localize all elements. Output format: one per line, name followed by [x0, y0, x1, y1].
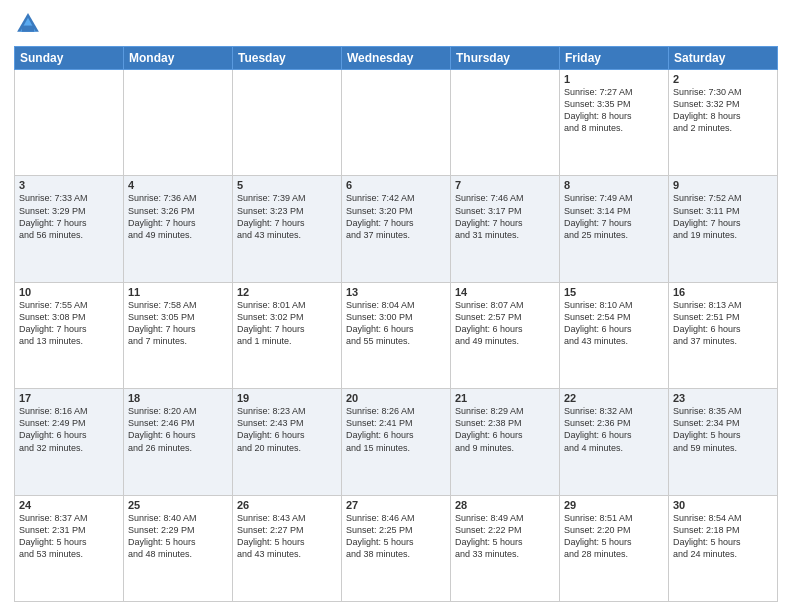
day-info: Sunrise: 8:16 AM Sunset: 2:49 PM Dayligh… [19, 405, 119, 454]
day-info: Sunrise: 8:29 AM Sunset: 2:38 PM Dayligh… [455, 405, 555, 454]
day-info: Sunrise: 8:20 AM Sunset: 2:46 PM Dayligh… [128, 405, 228, 454]
calendar-cell-0-3 [342, 70, 451, 176]
day-number: 4 [128, 179, 228, 191]
day-info: Sunrise: 7:39 AM Sunset: 3:23 PM Dayligh… [237, 192, 337, 241]
day-number: 9 [673, 179, 773, 191]
day-number: 26 [237, 499, 337, 511]
day-info: Sunrise: 7:49 AM Sunset: 3:14 PM Dayligh… [564, 192, 664, 241]
calendar-cell-1-5: 8Sunrise: 7:49 AM Sunset: 3:14 PM Daylig… [560, 176, 669, 282]
day-info: Sunrise: 8:49 AM Sunset: 2:22 PM Dayligh… [455, 512, 555, 561]
day-number: 17 [19, 392, 119, 404]
calendar-cell-1-1: 4Sunrise: 7:36 AM Sunset: 3:26 PM Daylig… [124, 176, 233, 282]
day-info: Sunrise: 8:32 AM Sunset: 2:36 PM Dayligh… [564, 405, 664, 454]
day-info: Sunrise: 8:23 AM Sunset: 2:43 PM Dayligh… [237, 405, 337, 454]
day-number: 16 [673, 286, 773, 298]
day-info: Sunrise: 7:46 AM Sunset: 3:17 PM Dayligh… [455, 192, 555, 241]
day-number: 3 [19, 179, 119, 191]
day-number: 24 [19, 499, 119, 511]
day-info: Sunrise: 7:55 AM Sunset: 3:08 PM Dayligh… [19, 299, 119, 348]
day-info: Sunrise: 8:04 AM Sunset: 3:00 PM Dayligh… [346, 299, 446, 348]
day-number: 14 [455, 286, 555, 298]
header [14, 10, 778, 38]
calendar-cell-0-5: 1Sunrise: 7:27 AM Sunset: 3:35 PM Daylig… [560, 70, 669, 176]
calendar-cell-2-3: 13Sunrise: 8:04 AM Sunset: 3:00 PM Dayli… [342, 282, 451, 388]
calendar-cell-3-0: 17Sunrise: 8:16 AM Sunset: 2:49 PM Dayli… [15, 389, 124, 495]
calendar-cell-4-0: 24Sunrise: 8:37 AM Sunset: 2:31 PM Dayli… [15, 495, 124, 601]
calendar-table: SundayMondayTuesdayWednesdayThursdayFrid… [14, 46, 778, 602]
day-info: Sunrise: 7:52 AM Sunset: 3:11 PM Dayligh… [673, 192, 773, 241]
day-number: 23 [673, 392, 773, 404]
calendar-cell-0-4 [451, 70, 560, 176]
calendar-cell-4-4: 28Sunrise: 8:49 AM Sunset: 2:22 PM Dayli… [451, 495, 560, 601]
day-number: 30 [673, 499, 773, 511]
weekday-header-sunday: Sunday [15, 47, 124, 70]
weekday-header-friday: Friday [560, 47, 669, 70]
day-info: Sunrise: 8:46 AM Sunset: 2:25 PM Dayligh… [346, 512, 446, 561]
day-info: Sunrise: 8:26 AM Sunset: 2:41 PM Dayligh… [346, 405, 446, 454]
calendar-header-row: SundayMondayTuesdayWednesdayThursdayFrid… [15, 47, 778, 70]
calendar-cell-3-2: 19Sunrise: 8:23 AM Sunset: 2:43 PM Dayli… [233, 389, 342, 495]
calendar-cell-1-0: 3Sunrise: 7:33 AM Sunset: 3:29 PM Daylig… [15, 176, 124, 282]
calendar-cell-3-5: 22Sunrise: 8:32 AM Sunset: 2:36 PM Dayli… [560, 389, 669, 495]
calendar-cell-4-2: 26Sunrise: 8:43 AM Sunset: 2:27 PM Dayli… [233, 495, 342, 601]
calendar-cell-0-2 [233, 70, 342, 176]
weekday-header-thursday: Thursday [451, 47, 560, 70]
day-number: 8 [564, 179, 664, 191]
day-info: Sunrise: 8:40 AM Sunset: 2:29 PM Dayligh… [128, 512, 228, 561]
day-info: Sunrise: 7:58 AM Sunset: 3:05 PM Dayligh… [128, 299, 228, 348]
calendar-row-4: 24Sunrise: 8:37 AM Sunset: 2:31 PM Dayli… [15, 495, 778, 601]
day-number: 18 [128, 392, 228, 404]
day-info: Sunrise: 8:37 AM Sunset: 2:31 PM Dayligh… [19, 512, 119, 561]
calendar-cell-2-0: 10Sunrise: 7:55 AM Sunset: 3:08 PM Dayli… [15, 282, 124, 388]
calendar-cell-1-3: 6Sunrise: 7:42 AM Sunset: 3:20 PM Daylig… [342, 176, 451, 282]
day-number: 19 [237, 392, 337, 404]
calendar-cell-4-1: 25Sunrise: 8:40 AM Sunset: 2:29 PM Dayli… [124, 495, 233, 601]
calendar-cell-2-5: 15Sunrise: 8:10 AM Sunset: 2:54 PM Dayli… [560, 282, 669, 388]
weekday-header-wednesday: Wednesday [342, 47, 451, 70]
day-number: 27 [346, 499, 446, 511]
calendar-cell-4-5: 29Sunrise: 8:51 AM Sunset: 2:20 PM Dayli… [560, 495, 669, 601]
calendar-cell-2-4: 14Sunrise: 8:07 AM Sunset: 2:57 PM Dayli… [451, 282, 560, 388]
calendar-cell-0-1 [124, 70, 233, 176]
calendar-cell-3-4: 21Sunrise: 8:29 AM Sunset: 2:38 PM Dayli… [451, 389, 560, 495]
day-number: 22 [564, 392, 664, 404]
day-number: 28 [455, 499, 555, 511]
calendar-cell-3-1: 18Sunrise: 8:20 AM Sunset: 2:46 PM Dayli… [124, 389, 233, 495]
calendar-cell-3-3: 20Sunrise: 8:26 AM Sunset: 2:41 PM Dayli… [342, 389, 451, 495]
day-number: 29 [564, 499, 664, 511]
calendar-cell-2-6: 16Sunrise: 8:13 AM Sunset: 2:51 PM Dayli… [669, 282, 778, 388]
calendar-cell-1-2: 5Sunrise: 7:39 AM Sunset: 3:23 PM Daylig… [233, 176, 342, 282]
calendar-cell-2-2: 12Sunrise: 8:01 AM Sunset: 3:02 PM Dayli… [233, 282, 342, 388]
day-number: 20 [346, 392, 446, 404]
day-number: 5 [237, 179, 337, 191]
day-number: 2 [673, 73, 773, 85]
day-number: 7 [455, 179, 555, 191]
day-info: Sunrise: 8:51 AM Sunset: 2:20 PM Dayligh… [564, 512, 664, 561]
day-info: Sunrise: 7:42 AM Sunset: 3:20 PM Dayligh… [346, 192, 446, 241]
day-number: 12 [237, 286, 337, 298]
calendar-row-0: 1Sunrise: 7:27 AM Sunset: 3:35 PM Daylig… [15, 70, 778, 176]
logo-icon [14, 10, 42, 38]
logo [14, 10, 46, 38]
day-number: 15 [564, 286, 664, 298]
weekday-header-tuesday: Tuesday [233, 47, 342, 70]
day-info: Sunrise: 8:43 AM Sunset: 2:27 PM Dayligh… [237, 512, 337, 561]
weekday-header-monday: Monday [124, 47, 233, 70]
day-info: Sunrise: 7:30 AM Sunset: 3:32 PM Dayligh… [673, 86, 773, 135]
day-info: Sunrise: 7:33 AM Sunset: 3:29 PM Dayligh… [19, 192, 119, 241]
day-info: Sunrise: 7:36 AM Sunset: 3:26 PM Dayligh… [128, 192, 228, 241]
calendar-row-2: 10Sunrise: 7:55 AM Sunset: 3:08 PM Dayli… [15, 282, 778, 388]
day-info: Sunrise: 8:07 AM Sunset: 2:57 PM Dayligh… [455, 299, 555, 348]
day-info: Sunrise: 8:54 AM Sunset: 2:18 PM Dayligh… [673, 512, 773, 561]
day-info: Sunrise: 8:10 AM Sunset: 2:54 PM Dayligh… [564, 299, 664, 348]
day-info: Sunrise: 8:13 AM Sunset: 2:51 PM Dayligh… [673, 299, 773, 348]
calendar-cell-2-1: 11Sunrise: 7:58 AM Sunset: 3:05 PM Dayli… [124, 282, 233, 388]
day-number: 13 [346, 286, 446, 298]
calendar-cell-1-6: 9Sunrise: 7:52 AM Sunset: 3:11 PM Daylig… [669, 176, 778, 282]
calendar-cell-3-6: 23Sunrise: 8:35 AM Sunset: 2:34 PM Dayli… [669, 389, 778, 495]
day-info: Sunrise: 7:27 AM Sunset: 3:35 PM Dayligh… [564, 86, 664, 135]
calendar-row-3: 17Sunrise: 8:16 AM Sunset: 2:49 PM Dayli… [15, 389, 778, 495]
day-info: Sunrise: 8:35 AM Sunset: 2:34 PM Dayligh… [673, 405, 773, 454]
weekday-header-saturday: Saturday [669, 47, 778, 70]
calendar-row-1: 3Sunrise: 7:33 AM Sunset: 3:29 PM Daylig… [15, 176, 778, 282]
